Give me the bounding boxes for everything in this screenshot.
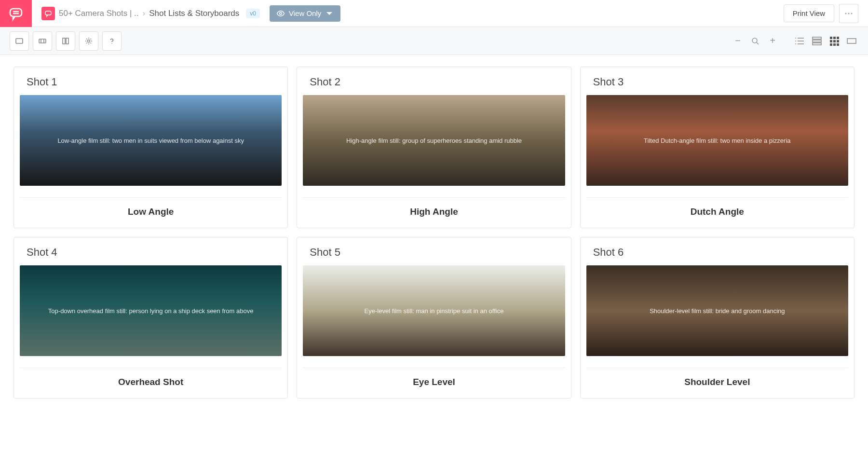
svg-point-15 [111,43,112,44]
print-view-button[interactable]: Print View [784,4,834,22]
brand-logo[interactable] [0,0,32,27]
shot-title: Shot 5 [297,237,570,265]
content-area: Shot 1 Low-angle film still: two men in … [0,55,868,468]
shot-thumbnail[interactable]: Shoulder-level film still: bride and gro… [586,265,848,356]
shot-title: Shot 6 [581,237,854,265]
svg-rect-29 [837,37,839,39]
rows-icon [812,36,822,46]
view-wide-button[interactable] [845,34,858,48]
split-icon [61,37,70,45]
svg-point-22 [795,41,796,41]
shot-caption: Dutch Angle [581,198,854,228]
shot-caption: Low Angle [14,198,287,228]
svg-point-16 [752,38,757,43]
shot-title: Shot 3 [581,67,854,95]
more-menu-button[interactable] [839,4,858,23]
grid-icon [829,36,840,46]
svg-rect-28 [833,37,836,39]
shots-grid: Shot 1 Low-angle film still: two men in … [14,67,854,399]
breadcrumb-section[interactable]: Shot Lists & Storyboards [149,9,239,18]
wide-icon [846,36,857,46]
svg-rect-33 [830,43,832,46]
svg-rect-13 [66,38,68,44]
svg-point-6 [848,13,849,14]
chat-small-icon [44,10,52,17]
svg-line-17 [757,42,759,44]
filmstrip-tool-button[interactable] [33,31,52,51]
zoom-controls: − + [732,35,778,47]
shot-card[interactable]: Shot 4 Top-down overhead film still: per… [14,237,288,399]
view-list-button[interactable] [793,34,806,48]
svg-rect-36 [847,39,856,43]
topbar: 50+ Camera Shots | .. › Shot Lists & Sto… [0,0,868,27]
svg-rect-26 [813,43,821,45]
svg-rect-0 [10,9,22,16]
filmstrip-icon [38,37,47,45]
topbar-right: Print View [784,4,868,23]
magnifier-icon [751,37,760,45]
svg-rect-27 [830,37,832,39]
help-icon [108,37,116,45]
settings-tool-button[interactable] [79,31,98,51]
zoom-out-button[interactable]: − [732,35,744,47]
svg-rect-32 [837,40,839,42]
svg-point-4 [280,12,282,14]
shot-thumbnail[interactable]: Tilted Dutch-angle film still: two men i… [586,95,848,186]
svg-rect-8 [16,39,23,43]
zoom-in-button[interactable]: + [767,35,778,47]
help-tool-button[interactable] [102,31,122,51]
view-switch [793,34,858,48]
svg-rect-34 [833,43,836,46]
view-only-label: View Only [289,9,321,17]
shot-thumbnail[interactable]: Top-down overhead film still: person lyi… [20,265,282,356]
svg-point-7 [851,13,852,14]
version-badge[interactable]: v0 [246,9,260,18]
svg-rect-9 [39,39,46,43]
svg-rect-31 [833,40,836,42]
shot-card[interactable]: Shot 2 High-angle film still: group of s… [297,67,571,228]
view-grid-button[interactable] [827,34,841,48]
shot-caption: Eye Level [297,368,570,398]
svg-point-5 [845,13,846,14]
svg-rect-30 [830,40,832,42]
breadcrumb: 50+ Camera Shots | .. › Shot Lists & Sto… [32,5,340,22]
shot-card[interactable]: Shot 5 Eye-level film still: man in pins… [297,237,571,399]
shot-caption: High Angle [297,198,570,228]
gear-icon [84,37,93,45]
split-tool-button[interactable] [56,31,75,51]
shot-thumbnail[interactable]: High-angle film still: group of superher… [303,95,565,186]
eye-icon [276,9,285,18]
shot-title: Shot 1 [14,67,287,95]
shot-title: Shot 2 [297,67,570,95]
toolbar-left [10,31,122,51]
view-only-button[interactable]: View Only [270,5,340,22]
screen-icon [15,37,24,45]
svg-rect-12 [63,38,65,44]
shot-thumbnail[interactable]: Low-angle film still: two men in suits v… [20,95,282,186]
shot-card[interactable]: Shot 6 Shoulder-level film still: bride … [580,237,854,399]
shot-thumbnail[interactable]: Eye-level film still: man in pinstripe s… [303,265,565,356]
shot-card[interactable]: Shot 3 Tilted Dutch-angle film still: tw… [580,67,854,228]
svg-point-14 [88,40,90,42]
screen-tool-button[interactable] [10,31,29,51]
svg-rect-35 [837,43,839,46]
zoom-fit-button[interactable] [749,35,761,47]
shot-caption: Overhead Shot [14,368,287,398]
svg-point-21 [795,38,796,39]
shot-card[interactable]: Shot 1 Low-angle film still: two men in … [14,67,288,228]
shot-caption: Shoulder Level [581,368,854,398]
view-rows-button[interactable] [810,34,824,48]
breadcrumb-project[interactable]: 50+ Camera Shots | .. [59,9,139,18]
project-icon[interactable] [41,7,55,20]
svg-rect-3 [45,11,51,15]
svg-point-23 [795,43,796,44]
list-icon [794,36,805,46]
chat-icon [8,6,24,21]
shot-title: Shot 4 [14,237,287,265]
svg-rect-24 [813,37,821,39]
toolbar: − + [0,27,868,55]
chevron-right-icon: › [143,9,146,18]
svg-rect-25 [813,40,821,42]
chevron-down-icon [325,9,334,18]
dots-icon [844,12,853,15]
